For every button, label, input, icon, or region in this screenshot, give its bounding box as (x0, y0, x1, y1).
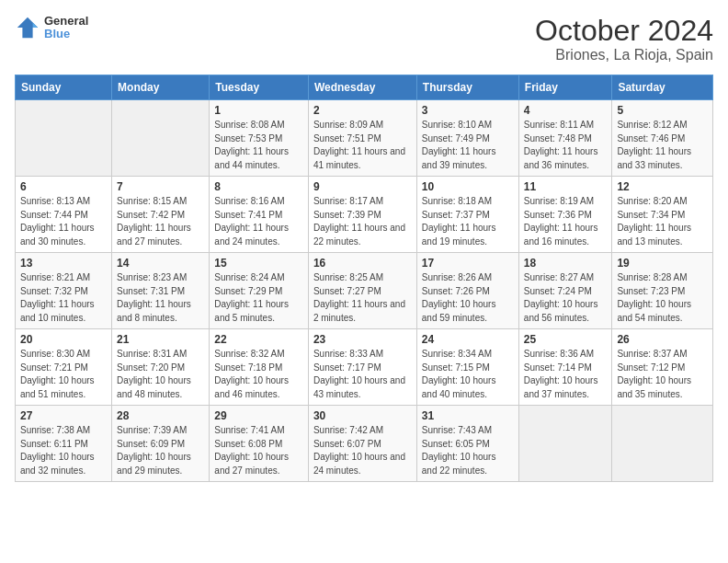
day-number: 5 (617, 104, 708, 117)
calendar-cell: 14Sunrise: 8:23 AM Sunset: 7:31 PM Dayli… (112, 253, 210, 329)
day-info: Sunrise: 8:19 AM Sunset: 7:36 PM Dayligh… (524, 195, 608, 248)
day-info: Sunrise: 8:09 AM Sunset: 7:51 PM Dayligh… (313, 119, 412, 172)
weekday-header-saturday: Saturday (612, 75, 713, 100)
day-info: Sunrise: 8:15 AM Sunset: 7:42 PM Dayligh… (117, 195, 204, 248)
svg-marker-1 (33, 23, 39, 29)
day-info: Sunrise: 8:34 AM Sunset: 7:15 PM Dayligh… (422, 348, 514, 401)
day-info: Sunrise: 7:39 AM Sunset: 6:09 PM Dayligh… (117, 424, 204, 477)
day-number: 2 (313, 104, 412, 117)
calendar-cell: 31Sunrise: 7:43 AM Sunset: 6:05 PM Dayli… (416, 406, 518, 482)
day-info: Sunrise: 8:08 AM Sunset: 7:53 PM Dayligh… (214, 119, 303, 172)
calendar-cell: 12Sunrise: 8:20 AM Sunset: 7:34 PM Dayli… (612, 177, 713, 253)
weekday-header-tuesday: Tuesday (210, 75, 309, 100)
calendar-cell: 3Sunrise: 8:10 AM Sunset: 7:49 PM Daylig… (416, 100, 518, 177)
title-block: October 2024 Briones, La Rioja, Spain (535, 15, 713, 63)
calendar-cell: 15Sunrise: 8:24 AM Sunset: 7:29 PM Dayli… (210, 253, 309, 329)
calendar-cell: 17Sunrise: 8:26 AM Sunset: 7:26 PM Dayli… (416, 253, 518, 329)
calendar-cell: 20Sunrise: 8:30 AM Sunset: 7:21 PM Dayli… (16, 329, 112, 406)
calendar-cell: 7Sunrise: 8:15 AM Sunset: 7:42 PM Daylig… (112, 177, 210, 253)
calendar-cell: 21Sunrise: 8:31 AM Sunset: 7:20 PM Dayli… (112, 329, 210, 406)
day-info: Sunrise: 8:12 AM Sunset: 7:46 PM Dayligh… (617, 119, 708, 172)
calendar-cell: 5Sunrise: 8:12 AM Sunset: 7:46 PM Daylig… (612, 100, 713, 177)
day-info: Sunrise: 7:38 AM Sunset: 6:11 PM Dayligh… (20, 424, 107, 477)
day-info: Sunrise: 8:20 AM Sunset: 7:34 PM Dayligh… (617, 195, 708, 248)
day-number: 17 (422, 257, 514, 270)
calendar-cell: 22Sunrise: 8:32 AM Sunset: 7:18 PM Dayli… (210, 329, 309, 406)
calendar-cell: 18Sunrise: 8:27 AM Sunset: 7:24 PM Dayli… (518, 253, 612, 329)
calendar-cell: 27Sunrise: 7:38 AM Sunset: 6:11 PM Dayli… (16, 406, 112, 482)
day-info: Sunrise: 8:21 AM Sunset: 7:32 PM Dayligh… (20, 271, 107, 325)
day-number: 12 (617, 180, 708, 193)
calendar-cell: 10Sunrise: 8:18 AM Sunset: 7:37 PM Dayli… (416, 177, 518, 253)
calendar-cell: 2Sunrise: 8:09 AM Sunset: 7:51 PM Daylig… (308, 100, 416, 177)
calendar-week-row: 27Sunrise: 7:38 AM Sunset: 6:11 PM Dayli… (16, 406, 713, 482)
calendar-cell: 28Sunrise: 7:39 AM Sunset: 6:09 PM Dayli… (112, 406, 210, 482)
day-info: Sunrise: 8:26 AM Sunset: 7:26 PM Dayligh… (422, 271, 514, 325)
calendar-cell (612, 406, 713, 482)
calendar-cell: 16Sunrise: 8:25 AM Sunset: 7:27 PM Dayli… (308, 253, 416, 329)
day-info: Sunrise: 8:24 AM Sunset: 7:29 PM Dayligh… (214, 271, 303, 325)
calendar-cell: 13Sunrise: 8:21 AM Sunset: 7:32 PM Dayli… (16, 253, 112, 329)
calendar-table: SundayMondayTuesdayWednesdayThursdayFrid… (15, 75, 713, 482)
weekday-header-thursday: Thursday (416, 75, 518, 100)
day-info: Sunrise: 8:31 AM Sunset: 7:20 PM Dayligh… (117, 348, 204, 401)
day-number: 16 (313, 257, 412, 270)
day-info: Sunrise: 8:33 AM Sunset: 7:17 PM Dayligh… (313, 348, 412, 401)
logo-line2: Blue (44, 28, 88, 40)
day-number: 21 (117, 333, 204, 346)
weekday-header-friday: Friday (518, 75, 612, 100)
calendar-cell: 8Sunrise: 8:16 AM Sunset: 7:41 PM Daylig… (210, 177, 309, 253)
day-info: Sunrise: 8:13 AM Sunset: 7:44 PM Dayligh… (20, 195, 107, 248)
calendar-cell: 1Sunrise: 8:08 AM Sunset: 7:53 PM Daylig… (210, 100, 309, 177)
day-info: Sunrise: 8:32 AM Sunset: 7:18 PM Dayligh… (214, 348, 303, 401)
day-info: Sunrise: 8:11 AM Sunset: 7:48 PM Dayligh… (524, 119, 608, 172)
day-number: 19 (617, 257, 708, 270)
day-number: 27 (20, 409, 107, 422)
calendar-week-row: 20Sunrise: 8:30 AM Sunset: 7:21 PM Dayli… (16, 329, 713, 406)
day-info: Sunrise: 8:27 AM Sunset: 7:24 PM Dayligh… (524, 271, 608, 325)
calendar-cell: 26Sunrise: 8:37 AM Sunset: 7:12 PM Dayli… (612, 329, 713, 406)
page-header: General Blue October 2024 Briones, La Ri… (15, 15, 713, 63)
calendar-cell: 6Sunrise: 8:13 AM Sunset: 7:44 PM Daylig… (16, 177, 112, 253)
day-number: 4 (524, 104, 608, 117)
calendar-week-row: 13Sunrise: 8:21 AM Sunset: 7:32 PM Dayli… (16, 253, 713, 329)
weekday-header-row: SundayMondayTuesdayWednesdayThursdayFrid… (16, 75, 713, 100)
day-number: 28 (117, 409, 204, 422)
day-info: Sunrise: 8:10 AM Sunset: 7:49 PM Dayligh… (422, 119, 514, 172)
calendar-cell: 19Sunrise: 8:28 AM Sunset: 7:23 PM Dayli… (612, 253, 713, 329)
day-number: 9 (313, 180, 412, 193)
calendar-cell: 9Sunrise: 8:17 AM Sunset: 7:39 PM Daylig… (308, 177, 416, 253)
calendar-cell (518, 406, 612, 482)
day-number: 20 (20, 333, 107, 346)
logo-icon (15, 15, 40, 40)
day-number: 14 (117, 257, 204, 270)
day-number: 7 (117, 180, 204, 193)
logo-line1: General (44, 15, 88, 28)
calendar-cell: 11Sunrise: 8:19 AM Sunset: 7:36 PM Dayli… (518, 177, 612, 253)
calendar-cell: 25Sunrise: 8:36 AM Sunset: 7:14 PM Dayli… (518, 329, 612, 406)
day-number: 26 (617, 333, 708, 346)
calendar-cell: 23Sunrise: 8:33 AM Sunset: 7:17 PM Dayli… (308, 329, 416, 406)
day-info: Sunrise: 8:23 AM Sunset: 7:31 PM Dayligh… (117, 271, 204, 325)
calendar-subtitle: Briones, La Rioja, Spain (535, 47, 713, 63)
day-number: 13 (20, 257, 107, 270)
calendar-cell: 24Sunrise: 8:34 AM Sunset: 7:15 PM Dayli… (416, 329, 518, 406)
calendar-title: October 2024 (535, 15, 713, 47)
day-number: 10 (422, 180, 514, 193)
day-info: Sunrise: 8:17 AM Sunset: 7:39 PM Dayligh… (313, 195, 412, 248)
day-number: 23 (313, 333, 412, 346)
day-info: Sunrise: 8:28 AM Sunset: 7:23 PM Dayligh… (617, 271, 708, 325)
day-info: Sunrise: 8:25 AM Sunset: 7:27 PM Dayligh… (313, 271, 412, 325)
day-info: Sunrise: 7:41 AM Sunset: 6:08 PM Dayligh… (214, 424, 303, 477)
weekday-header-wednesday: Wednesday (308, 75, 416, 100)
day-number: 3 (422, 104, 514, 117)
day-info: Sunrise: 8:16 AM Sunset: 7:41 PM Dayligh… (214, 195, 303, 248)
logo-text: General Blue (44, 15, 88, 41)
day-number: 1 (214, 104, 303, 117)
calendar-cell: 29Sunrise: 7:41 AM Sunset: 6:08 PM Dayli… (210, 406, 309, 482)
calendar-week-row: 1Sunrise: 8:08 AM Sunset: 7:53 PM Daylig… (16, 100, 713, 177)
calendar-cell (16, 100, 112, 177)
day-number: 6 (20, 180, 107, 193)
day-number: 15 (214, 257, 303, 270)
day-number: 30 (313, 409, 412, 422)
